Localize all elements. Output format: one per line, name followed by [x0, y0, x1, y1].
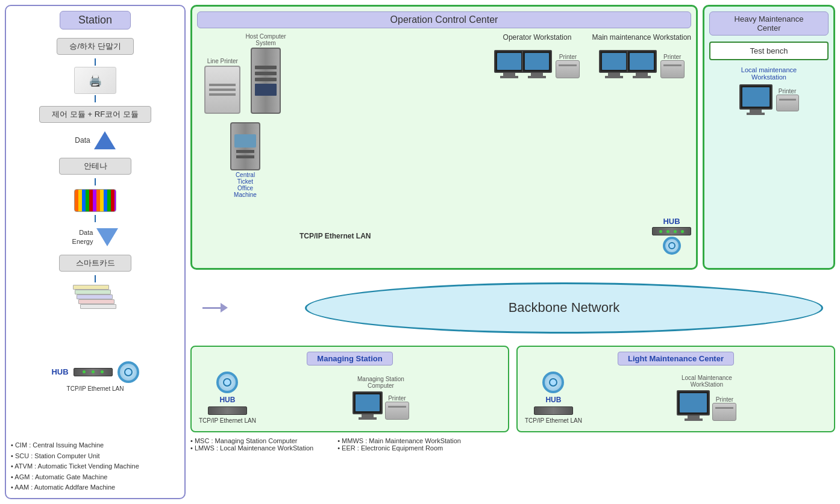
maint-monitor-1: [599, 50, 629, 73]
occ-printer-server-row: Line Printer Host ComputerSystem: [204, 33, 286, 114]
managing-computer-icons: Printer: [353, 391, 409, 420]
drive-2: [255, 72, 277, 75]
maint-monitor-2: [627, 50, 657, 73]
host-computer-section: Host ComputerSystem: [245, 33, 286, 114]
hmc-printer-label: Printer: [779, 88, 796, 95]
arrow-up-icon: [94, 131, 116, 149]
server-tower-icon: [251, 48, 281, 114]
main-maint-ws-label: Main maintenance Workstation: [592, 33, 691, 42]
hub-device-icon: [74, 368, 113, 376]
main-maint-ws-icons: Printer: [599, 44, 685, 78]
occ-hub-section: HUB: [652, 217, 691, 255]
hub-connector-circle: [118, 361, 139, 383]
lmc-printer-label: Printer: [716, 396, 733, 403]
ctom-screen: [234, 134, 256, 148]
op-printer-label: Printer: [559, 54, 577, 60]
backbone-ellipse: Backbone Network: [305, 282, 823, 334]
station-tcp-label: TCP/IP Ethernet LAN: [67, 385, 124, 392]
bottom-panels-row: Managing Station HUB TCP/IP Ethernet LAN…: [190, 346, 835, 432]
line-printer-section: Line Printer: [204, 58, 240, 114]
lmc-ws-icons: Printer: [677, 390, 736, 421]
device-antenna: 안테나: [59, 158, 131, 175]
printer-slot-3: [209, 93, 236, 96]
station-hub-area: HUB TCP/IP Ethernet LAN: [51, 358, 139, 392]
managing-computer-label: Managing StationComputer: [357, 376, 404, 389]
managing-hub-device: [208, 406, 247, 415]
hmc-ws-icons: Printer: [709, 84, 829, 115]
operator-monitor-2: [522, 50, 552, 73]
maint-monitor-base-2: [633, 76, 651, 78]
ctom-icon: [230, 122, 260, 170]
bottom-legend-right: • MMWS : Main Maintenance WorkStation • …: [337, 437, 461, 452]
test-bench-box: Test bench: [709, 42, 829, 60]
device-smartcard: 스마트카드: [59, 255, 131, 272]
operator-monitor-1: [494, 50, 524, 73]
monitor-base-1: [500, 76, 518, 78]
lmc-title: Light Maintenance Center: [618, 352, 734, 366]
lmc-right: Local MaintenanceWorkStation Printer: [587, 375, 827, 421]
lmc-content: HUB TCP/IP Ethernet LAN Local Maintenanc…: [522, 369, 829, 426]
maint-printer-stack: Printer: [660, 54, 685, 78]
host-computer-label: Host ComputerSystem: [245, 33, 286, 46]
lmc-tcp-label: TCP/IP Ethernet LAN: [525, 417, 582, 424]
lmc-ws-label: Local MaintenanceWorkStation: [682, 375, 732, 388]
device-control-module: 제어 모듈 + RF코어 모듈: [39, 106, 151, 123]
line-connector-2: [95, 95, 96, 102]
lmc-panel: Light Maintenance Center HUB TCP/IP Ethe…: [516, 346, 835, 432]
backbone-area: Backbone Network: [190, 275, 835, 341]
hub-connector-inner: [124, 368, 133, 376]
drive-1: [255, 66, 277, 69]
managing-title: Managing Station: [307, 352, 392, 366]
station-hub-row: HUB: [51, 361, 139, 383]
managing-station-panel: Managing Station HUB TCP/IP Ethernet LAN…: [190, 346, 509, 432]
workstation-row: Operator Workstation: [299, 33, 691, 78]
occ-content: Line Printer Host ComputerSystem: [197, 33, 691, 255]
occ-network-row: TCP/IP Ethernet LAN HUB: [299, 212, 691, 255]
ctom-slot-2: [236, 155, 254, 158]
managing-hub-inner: [223, 378, 231, 387]
operator-ws-icons: Printer: [494, 44, 580, 78]
occ-hub-device: [652, 227, 691, 235]
managing-tcp-label: TCP/IP Ethernet LAN: [199, 417, 256, 424]
main-maint-ws-section: Main maintenance Workstation: [592, 33, 691, 78]
managing-hub-connector: [216, 372, 238, 393]
printer-slot-2: [209, 89, 236, 91]
managing-left: HUB TCP/IP Ethernet LAN: [199, 372, 256, 424]
data-label: Data: [75, 136, 90, 145]
hmc-lmws-title: Local maintenance Workstation: [709, 66, 829, 81]
operator-monitor-stack: [494, 50, 524, 78]
managing-monitor-stack: [353, 391, 383, 420]
occ-right: Operator Workstation: [299, 33, 691, 255]
smartcard-image: [73, 285, 118, 314]
ctom-label: CentralTicketOfficeMachine: [234, 172, 257, 198]
managing-content: HUB TCP/IP Ethernet LAN Managing Station…: [196, 369, 503, 426]
hmc-panel: Heavy Maintenance Center Test bench Loca…: [703, 5, 835, 270]
line-connector-3: [95, 178, 96, 185]
line-connector-4: [95, 215, 96, 222]
cable-image: [73, 187, 118, 214]
arrow-down-icon: [96, 228, 118, 246]
server-panel: [255, 84, 277, 96]
managing-monitor: [353, 391, 383, 414]
operator-ws-label: Operator Workstation: [503, 33, 572, 42]
lmc-printer-stack: Printer: [712, 396, 736, 421]
hmc-monitor: [739, 84, 773, 110]
station-legend: • CIM : Central Issuing Machine • SCU : …: [11, 434, 139, 493]
backbone-title: Backbone Network: [509, 300, 620, 316]
drive-3: [255, 78, 277, 81]
station-hub-label: HUB: [51, 367, 68, 376]
hmc-printer-stack: Printer: [776, 88, 799, 111]
occ-hub-inner: [668, 242, 675, 249]
operator-printer-icon: [556, 60, 580, 78]
line-printer-label: Line Printer: [207, 58, 238, 64]
main-container: Station 승/하차 단말기 🖨️ 제어 모듈 + RF코어 모듈 Data…: [0, 0, 840, 504]
lmc-base: [685, 418, 703, 421]
line-connector-1: [95, 58, 96, 66]
bottom-legend-area: • MSC : Managing Station Computer • LMWS…: [190, 437, 835, 452]
occ-tcp-label: TCP/IP Ethernet LAN: [299, 232, 371, 240]
lmc-hub-device: [534, 406, 573, 415]
ctom-section: CentralTicketOfficeMachine: [230, 122, 260, 198]
hmc-title: Heavy Maintenance Center: [709, 11, 829, 36]
monitor-base-2: [528, 76, 546, 78]
managing-title-row: Managing Station: [196, 352, 503, 366]
